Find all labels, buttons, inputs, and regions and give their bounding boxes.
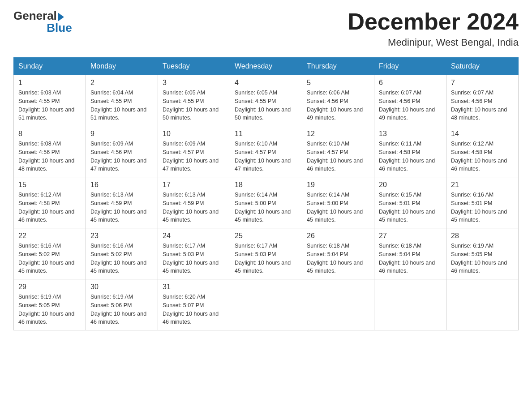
day-number: 25	[235, 232, 297, 240]
day-info: Sunrise: 6:05 AMSunset: 4:55 PMDaylight:…	[163, 89, 225, 122]
day-number: 8	[18, 130, 81, 138]
day-info: Sunrise: 6:16 AMSunset: 5:02 PMDaylight:…	[18, 242, 81, 275]
day-info: Sunrise: 6:17 AMSunset: 5:03 PMDaylight:…	[235, 242, 297, 275]
calendar-cell: 30Sunrise: 6:19 AMSunset: 5:06 PMDayligh…	[86, 279, 158, 330]
day-info: Sunrise: 6:14 AMSunset: 5:00 PMDaylight:…	[307, 191, 369, 224]
day-number: 16	[90, 181, 153, 189]
day-info: Sunrise: 6:13 AMSunset: 4:59 PMDaylight:…	[90, 191, 153, 224]
day-info: Sunrise: 6:16 AMSunset: 5:01 PMDaylight:…	[451, 191, 514, 224]
calendar-cell: 31Sunrise: 6:20 AMSunset: 5:07 PMDayligh…	[158, 279, 230, 330]
calendar-cell: 22Sunrise: 6:16 AMSunset: 5:02 PMDayligh…	[14, 228, 86, 279]
day-number: 23	[90, 232, 153, 240]
day-number: 3	[163, 79, 225, 87]
calendar-cell: 27Sunrise: 6:18 AMSunset: 5:04 PMDayligh…	[374, 228, 446, 279]
day-number: 18	[235, 181, 297, 189]
header-saturday: Saturday	[446, 58, 519, 75]
day-info: Sunrise: 6:13 AMSunset: 4:59 PMDaylight:…	[163, 191, 225, 224]
calendar-cell	[374, 279, 446, 330]
day-number: 30	[90, 283, 153, 291]
day-number: 12	[307, 130, 369, 138]
day-info: Sunrise: 6:04 AMSunset: 4:55 PMDaylight:…	[90, 89, 153, 122]
calendar-cell: 2Sunrise: 6:04 AMSunset: 4:55 PMDaylight…	[86, 75, 158, 126]
day-number: 29	[18, 283, 81, 291]
calendar-cell: 28Sunrise: 6:19 AMSunset: 5:05 PMDayligh…	[446, 228, 519, 279]
day-number: 4	[235, 79, 297, 87]
day-number: 11	[235, 130, 297, 138]
day-number: 31	[163, 283, 225, 291]
day-info: Sunrise: 6:09 AMSunset: 4:56 PMDaylight:…	[90, 140, 153, 173]
logo: General Blue	[13, 9, 72, 35]
calendar-cell	[446, 279, 519, 330]
day-info: Sunrise: 6:10 AMSunset: 4:57 PMDaylight:…	[235, 140, 297, 173]
calendar-cell: 12Sunrise: 6:10 AMSunset: 4:57 PMDayligh…	[302, 126, 374, 177]
day-info: Sunrise: 6:09 AMSunset: 4:57 PMDaylight:…	[163, 140, 225, 173]
day-info: Sunrise: 6:15 AMSunset: 5:01 PMDaylight:…	[379, 191, 442, 224]
day-number: 9	[90, 130, 153, 138]
header-monday: Monday	[86, 58, 158, 75]
day-number: 22	[18, 232, 81, 240]
calendar-week-row: 8Sunrise: 6:08 AMSunset: 4:56 PMDaylight…	[14, 126, 519, 177]
day-info: Sunrise: 6:11 AMSunset: 4:58 PMDaylight:…	[379, 140, 442, 173]
header: General Blue December 2024 Medinipur, We…	[13, 9, 519, 48]
calendar-cell: 17Sunrise: 6:13 AMSunset: 4:59 PMDayligh…	[158, 177, 230, 228]
calendar-cell: 3Sunrise: 6:05 AMSunset: 4:55 PMDaylight…	[158, 75, 230, 126]
calendar-cell: 18Sunrise: 6:14 AMSunset: 5:00 PMDayligh…	[230, 177, 302, 228]
day-info: Sunrise: 6:18 AMSunset: 5:04 PMDaylight:…	[307, 242, 369, 275]
day-number: 28	[451, 232, 514, 240]
calendar-cell: 23Sunrise: 6:16 AMSunset: 5:02 PMDayligh…	[86, 228, 158, 279]
calendar-cell	[230, 279, 302, 330]
calendar-cell: 13Sunrise: 6:11 AMSunset: 4:58 PMDayligh…	[374, 126, 446, 177]
calendar-week-row: 1Sunrise: 6:03 AMSunset: 4:55 PMDaylight…	[14, 75, 519, 126]
day-info: Sunrise: 6:12 AMSunset: 4:58 PMDaylight:…	[18, 191, 81, 224]
day-number: 17	[163, 181, 225, 189]
day-number: 7	[451, 79, 514, 87]
day-number: 10	[163, 130, 225, 138]
day-number: 20	[379, 181, 442, 189]
header-tuesday: Tuesday	[158, 58, 230, 75]
day-info: Sunrise: 6:19 AMSunset: 5:05 PMDaylight:…	[18, 293, 81, 326]
calendar-cell: 29Sunrise: 6:19 AMSunset: 5:05 PMDayligh…	[14, 279, 86, 330]
day-info: Sunrise: 6:06 AMSunset: 4:56 PMDaylight:…	[307, 89, 369, 122]
day-info: Sunrise: 6:03 AMSunset: 4:55 PMDaylight:…	[18, 89, 81, 122]
day-info: Sunrise: 6:07 AMSunset: 4:56 PMDaylight:…	[379, 89, 442, 122]
header-thursday: Thursday	[302, 58, 374, 75]
day-info: Sunrise: 6:20 AMSunset: 5:07 PMDaylight:…	[163, 293, 225, 326]
day-number: 14	[451, 130, 514, 138]
calendar-cell: 7Sunrise: 6:07 AMSunset: 4:56 PMDaylight…	[446, 75, 519, 126]
calendar-cell: 21Sunrise: 6:16 AMSunset: 5:01 PMDayligh…	[446, 177, 519, 228]
day-info: Sunrise: 6:18 AMSunset: 5:04 PMDaylight:…	[379, 242, 442, 275]
calendar-cell: 20Sunrise: 6:15 AMSunset: 5:01 PMDayligh…	[374, 177, 446, 228]
calendar-cell: 26Sunrise: 6:18 AMSunset: 5:04 PMDayligh…	[302, 228, 374, 279]
header-wednesday: Wednesday	[230, 58, 302, 75]
day-number: 15	[18, 181, 81, 189]
calendar-cell: 10Sunrise: 6:09 AMSunset: 4:57 PMDayligh…	[158, 126, 230, 177]
day-number: 6	[379, 79, 442, 87]
calendar-cell: 25Sunrise: 6:17 AMSunset: 5:03 PMDayligh…	[230, 228, 302, 279]
calendar-cell: 6Sunrise: 6:07 AMSunset: 4:56 PMDaylight…	[374, 75, 446, 126]
day-info: Sunrise: 6:17 AMSunset: 5:03 PMDaylight:…	[163, 242, 225, 275]
header-sunday: Sunday	[14, 58, 86, 75]
day-number: 26	[307, 232, 369, 240]
day-info: Sunrise: 6:05 AMSunset: 4:55 PMDaylight:…	[235, 89, 297, 122]
day-number: 24	[163, 232, 225, 240]
location-title: Medinipur, West Bengal, India	[348, 37, 519, 48]
calendar-week-row: 29Sunrise: 6:19 AMSunset: 5:05 PMDayligh…	[14, 279, 519, 330]
day-number: 1	[18, 79, 81, 87]
logo-arrow-icon	[58, 13, 64, 21]
calendar: SundayMondayTuesdayWednesdayThursdayFrid…	[13, 57, 519, 330]
day-number: 21	[451, 181, 514, 189]
calendar-cell: 15Sunrise: 6:12 AMSunset: 4:58 PMDayligh…	[14, 177, 86, 228]
day-info: Sunrise: 6:12 AMSunset: 4:58 PMDaylight:…	[451, 140, 514, 173]
day-info: Sunrise: 6:14 AMSunset: 5:00 PMDaylight:…	[235, 191, 297, 224]
day-number: 13	[379, 130, 442, 138]
calendar-cell: 1Sunrise: 6:03 AMSunset: 4:55 PMDaylight…	[14, 75, 86, 126]
calendar-cell: 14Sunrise: 6:12 AMSunset: 4:58 PMDayligh…	[446, 126, 519, 177]
day-info: Sunrise: 6:07 AMSunset: 4:56 PMDaylight:…	[451, 89, 514, 122]
calendar-cell: 19Sunrise: 6:14 AMSunset: 5:00 PMDayligh…	[302, 177, 374, 228]
day-info: Sunrise: 6:19 AMSunset: 5:05 PMDaylight:…	[451, 242, 514, 275]
day-number: 5	[307, 79, 369, 87]
month-title: December 2024	[348, 9, 519, 34]
calendar-cell: 9Sunrise: 6:09 AMSunset: 4:56 PMDaylight…	[86, 126, 158, 177]
calendar-cell	[302, 279, 374, 330]
day-info: Sunrise: 6:10 AMSunset: 4:57 PMDaylight:…	[307, 140, 369, 173]
